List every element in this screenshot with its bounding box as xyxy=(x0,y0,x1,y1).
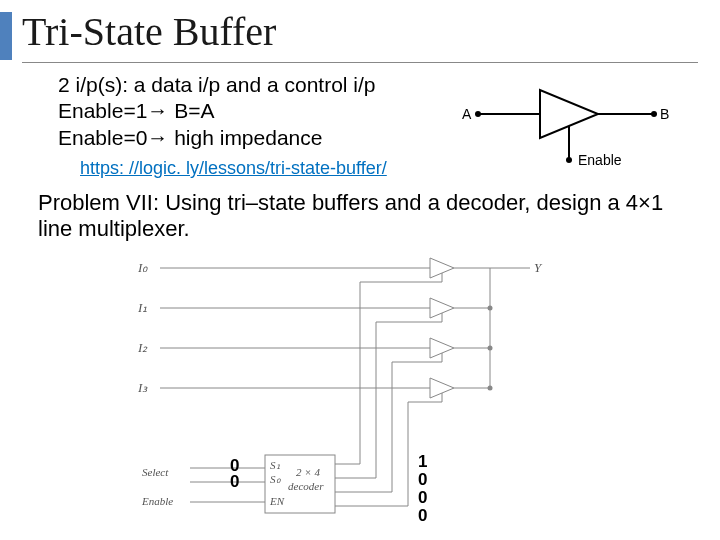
title-rule xyxy=(22,62,698,63)
svg-point-21 xyxy=(488,346,493,351)
label-decoder: decoder xyxy=(288,480,323,492)
page-title: Tri-State Buffer xyxy=(22,8,276,55)
label-EN: EN xyxy=(270,495,284,507)
label-2x4: 2 × 4 xyxy=(296,466,320,478)
desc-line-3a: Enable=0 xyxy=(58,126,147,149)
label-S0: S₀ xyxy=(270,473,280,486)
desc-line-2: Enable=1→ B=A xyxy=(58,98,376,124)
label-I3: I₃ xyxy=(138,380,147,396)
overlay-select-bot: 0 xyxy=(230,472,239,492)
overlay-d2: 0 xyxy=(418,488,427,508)
overlay-d3: 0 xyxy=(418,506,427,526)
accent-bar xyxy=(0,12,12,60)
label-I0: I₀ xyxy=(138,260,147,276)
label-A: A xyxy=(462,106,471,122)
desc-line-2a: Enable=1 xyxy=(58,99,147,122)
label-B: B xyxy=(660,106,669,122)
tristate-symbol-diagram: A B Enable xyxy=(448,70,680,178)
reference-link[interactable]: https: //logic. ly/lessons/tri-state-buf… xyxy=(80,158,387,179)
arrow-icon: → xyxy=(147,99,168,122)
problem-statement: Problem VII: Using tri–state buffers and… xyxy=(38,190,688,243)
description-block: 2 i/p(s): a data i/p and a control i/p E… xyxy=(58,72,376,151)
svg-point-1 xyxy=(475,111,481,117)
arrow-icon: → xyxy=(147,126,168,149)
svg-point-4 xyxy=(651,111,657,117)
desc-line-3b: high impedance xyxy=(168,126,322,149)
label-I2: I₂ xyxy=(138,340,147,356)
label-Enable: Enable xyxy=(578,152,622,168)
desc-line-2b: B=A xyxy=(168,99,214,122)
desc-line-3: Enable=0→ high impedance xyxy=(58,125,376,151)
desc-line-1: 2 i/p(s): a data i/p and a control i/p xyxy=(58,72,376,98)
label-I1: I₁ xyxy=(138,300,147,316)
label-Select: Select xyxy=(142,466,168,478)
overlay-d0: 1 xyxy=(418,452,427,472)
svg-point-22 xyxy=(488,386,493,391)
label-S1: S₁ xyxy=(270,459,280,472)
tristate-symbol-svg xyxy=(448,70,680,178)
svg-point-20 xyxy=(488,306,493,311)
mux-diagram: I₀ I₁ I₂ I₃ Y Select Enable S₁ S₀ EN 2 ×… xyxy=(130,250,610,530)
overlay-d1: 0 xyxy=(418,470,427,490)
slide: Tri-State Buffer 2 i/p(s): a data i/p an… xyxy=(0,0,720,540)
label-Y: Y xyxy=(534,260,541,276)
svg-point-6 xyxy=(566,157,572,163)
label-Enable2: Enable xyxy=(142,495,173,507)
mux-svg xyxy=(130,250,610,530)
